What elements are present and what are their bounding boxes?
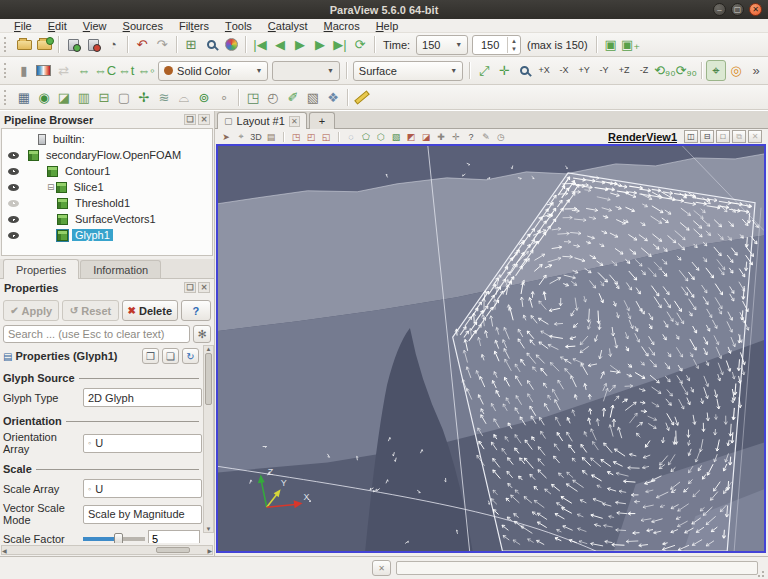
- scrollbar-thumb[interactable]: [156, 547, 190, 553]
- search-input[interactable]: [3, 325, 190, 343]
- vcr-loop-icon[interactable]: ⟳: [350, 34, 370, 55]
- view-minus-x-icon[interactable]: -X: [554, 60, 574, 81]
- toggle-color-legend-icon[interactable]: ▮: [14, 60, 34, 81]
- interactive-select-points-icon[interactable]: ◪: [419, 130, 433, 143]
- find-data-icon[interactable]: [201, 34, 221, 55]
- extract-subset-icon[interactable]: ▢: [114, 87, 134, 108]
- visibility-eye-icon[interactable]: [6, 184, 20, 191]
- zoom-to-data-icon[interactable]: ✛: [494, 60, 514, 81]
- spin-up-icon[interactable]: ▲: [508, 37, 520, 45]
- copy-properties-icon[interactable]: ❐: [142, 348, 159, 364]
- properties-vertical-scrollbar[interactable]: ▲ ▼: [203, 345, 214, 533]
- tab-information[interactable]: Information: [80, 260, 161, 278]
- split-horizontal-button[interactable]: ◫: [684, 130, 698, 143]
- view-minus-y-icon[interactable]: -Y: [594, 60, 614, 81]
- gear-icon[interactable]: ✻: [193, 325, 211, 343]
- pipeline-browser[interactable]: builtin:secondaryFlow.OpenFOAMContour1⊟S…: [1, 128, 213, 256]
- adjust-camera-icon[interactable]: ⌖: [234, 130, 248, 143]
- add-layout-tab[interactable]: +: [309, 112, 335, 129]
- data-query-add-icon[interactable]: ▣₊: [621, 34, 641, 55]
- toolbar-handle[interactable]: [4, 63, 10, 78]
- probe-location-icon[interactable]: ❖: [323, 87, 343, 108]
- select-points-on-icon[interactable]: ◰: [304, 130, 318, 143]
- selection-history-icon[interactable]: ◷: [494, 130, 508, 143]
- hover-cells-icon[interactable]: ✚: [434, 130, 448, 143]
- pipeline-item-surfacevectors1[interactable]: SurfaceVectors1: [2, 211, 212, 227]
- dock-close-button[interactable]: ✕: [198, 114, 210, 125]
- threshold-icon[interactable]: ⊟: [94, 87, 114, 108]
- view-plus-x-icon[interactable]: +X: [534, 60, 554, 81]
- slice-icon[interactable]: ▥: [74, 87, 94, 108]
- show-center-axes-icon[interactable]: ◎: [726, 60, 746, 81]
- glyph-type-combo[interactable]: 2D Glyph: [83, 388, 202, 407]
- toolbar-handle[interactable]: [4, 90, 10, 105]
- pipeline-item-glyph1[interactable]: Glyph1: [2, 227, 212, 243]
- slider-handle[interactable]: [114, 533, 123, 543]
- data-query-icon[interactable]: ▣: [601, 34, 621, 55]
- visibility-eye-icon[interactable]: [6, 152, 20, 159]
- representation-combo[interactable]: Surface ▼: [353, 61, 463, 81]
- dock-close-button[interactable]: ✕: [198, 282, 210, 293]
- rotate-90-cw-icon[interactable]: ⟳₉₀: [676, 60, 697, 81]
- select-zoom-box-icon[interactable]: ◌: [344, 130, 358, 143]
- scale-factor-input[interactable]: [148, 530, 200, 543]
- show-orientation-axes-icon[interactable]: ⌖: [706, 60, 726, 81]
- auto-apply-icon[interactable]: ⊞: [181, 34, 201, 55]
- load-state-icon[interactable]: [34, 34, 54, 55]
- scale-factor-slider[interactable]: [83, 537, 145, 541]
- reload-properties-icon[interactable]: ↻: [182, 348, 199, 364]
- pipeline-item-threshold1[interactable]: Threshold1: [2, 195, 212, 211]
- tree-expander-icon[interactable]: ⊟: [47, 182, 55, 192]
- pipeline-item-builtin[interactable]: builtin:: [2, 131, 212, 147]
- toggle-2d-3d-icon[interactable]: 3D: [249, 130, 263, 143]
- menu-edit[interactable]: Edit: [40, 19, 75, 33]
- close-icon[interactable]: ✕: [289, 116, 300, 127]
- maximize-view-button[interactable]: □: [716, 130, 730, 143]
- properties-horizontal-scrollbar[interactable]: ◀ ▶: [1, 545, 213, 555]
- menu-tools[interactable]: Tools: [217, 19, 260, 33]
- scroll-down-icon[interactable]: ▼: [206, 526, 212, 532]
- extract-selection-icon[interactable]: ◳: [243, 87, 263, 108]
- menu-sources[interactable]: Sources: [115, 19, 171, 33]
- plot-selection-over-time-icon[interactable]: ▧: [303, 87, 323, 108]
- menu-file[interactable]: File: [6, 19, 40, 33]
- toolbar-handle[interactable]: [4, 37, 10, 52]
- dock-float-button[interactable]: ❏: [184, 114, 196, 125]
- edit-selection-icon[interactable]: ✎: [479, 130, 493, 143]
- scroll-right-icon[interactable]: ▶: [207, 547, 212, 554]
- group-datasets-icon[interactable]: ⊚: [194, 87, 214, 108]
- color-palette-icon[interactable]: [221, 34, 241, 55]
- open-file-icon[interactable]: [14, 34, 34, 55]
- redo-icon[interactable]: ↷: [152, 34, 172, 55]
- spin-down-icon[interactable]: ▼: [508, 45, 520, 53]
- view-plus-z-icon[interactable]: +Z: [614, 60, 634, 81]
- tab-layout-1[interactable]: ▢ Layout #1 ✕: [217, 112, 307, 129]
- connect-server-icon[interactable]: [63, 34, 83, 55]
- close-button[interactable]: ✕: [749, 3, 762, 16]
- rescale-to-visible-range-icon[interactable]: ⇔◦: [136, 60, 156, 81]
- select-cells-on-icon[interactable]: ◳: [289, 130, 303, 143]
- pipeline-item-secondaryflowopenfoam[interactable]: secondaryFlow.OpenFOAM: [2, 147, 212, 163]
- stream-tracer-icon[interactable]: ≋: [154, 87, 174, 108]
- disconnect-server-icon[interactable]: [83, 34, 103, 55]
- visibility-eye-icon[interactable]: [6, 200, 20, 207]
- warp-by-vector-icon[interactable]: ⌓: [174, 87, 194, 108]
- pipeline-item-slice1[interactable]: ⊟Slice1: [2, 179, 212, 195]
- maximize-button[interactable]: ▢: [731, 3, 744, 16]
- time-spinbox[interactable]: 150 ▲▼: [472, 35, 521, 55]
- tab-properties[interactable]: Properties: [3, 259, 79, 279]
- selection-help-icon[interactable]: ?: [464, 130, 478, 143]
- select-polygon-cells-icon[interactable]: ⬠: [359, 130, 373, 143]
- camera-undo-icon[interactable]: ▤: [264, 130, 278, 143]
- scrollbar-thumb[interactable]: [205, 353, 212, 405]
- select-polygon-points-icon[interactable]: ⬡: [374, 130, 388, 143]
- vcr-next-icon[interactable]: ▶: [310, 34, 330, 55]
- rotate-90-ccw-icon[interactable]: ⟲₉₀: [654, 60, 675, 81]
- menu-macros[interactable]: Macros: [316, 19, 368, 33]
- undock-view-button[interactable]: ⧉: [732, 130, 746, 143]
- render-view-label[interactable]: RenderView1: [608, 131, 677, 143]
- visibility-eye-icon[interactable]: [6, 216, 20, 223]
- orientation-array-combo[interactable]: ◦U: [83, 434, 202, 453]
- vcr-play-icon[interactable]: ▶: [290, 34, 310, 55]
- rescale-to-temporal-range-icon[interactable]: ⇔t: [116, 60, 136, 81]
